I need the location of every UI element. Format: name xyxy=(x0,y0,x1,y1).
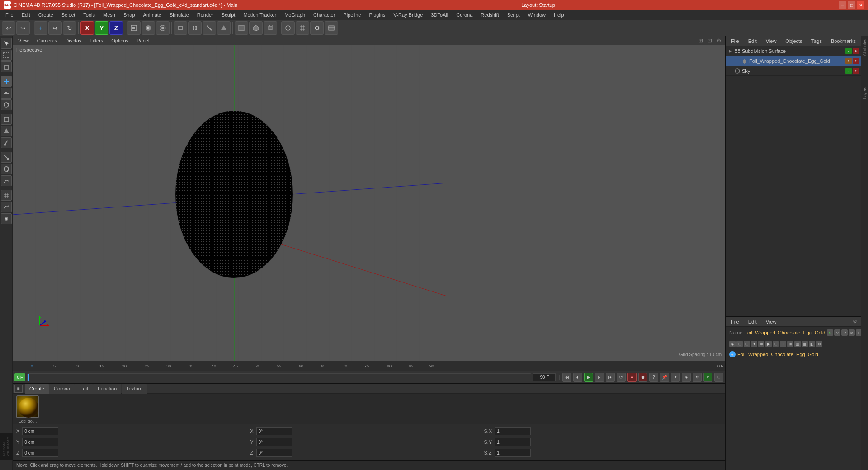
perspective-view-button[interactable] xyxy=(249,21,263,35)
polygon-mode-button[interactable] xyxy=(217,21,231,35)
lr-edit-tab[interactable]: Edit xyxy=(745,318,760,325)
top-view-button[interactable] xyxy=(264,21,277,35)
render-settings-button[interactable] xyxy=(325,21,338,35)
menu-redshift[interactable]: Redshift xyxy=(477,10,502,20)
menu-motiontracker[interactable]: Motion Tracker xyxy=(240,10,280,20)
timeline-bar[interactable] xyxy=(27,373,531,381)
scale-tool-button[interactable]: ⇔ xyxy=(48,21,62,35)
pin-button[interactable]: 📌 xyxy=(660,373,669,382)
menu-create[interactable]: Create xyxy=(35,10,57,20)
texture-tool[interactable] xyxy=(1,126,12,136)
attr-icon-m[interactable]: M xyxy=(849,329,855,336)
axis-x-button[interactable]: X xyxy=(80,21,94,35)
obj-flag-orange-1[interactable]: ● xyxy=(845,58,852,64)
rp-view-tab[interactable]: View xyxy=(762,38,780,45)
attr-icon-v[interactable]: V xyxy=(834,329,840,336)
move-tool-button[interactable]: + xyxy=(34,21,47,35)
undo-button[interactable]: ↩ xyxy=(2,21,15,35)
coord-sx-input[interactable] xyxy=(495,427,531,435)
menu-script[interactable]: Script xyxy=(504,10,524,20)
obj-expand-0[interactable]: ▶ xyxy=(727,48,733,54)
object-row-sky[interactable]: Sky ✓ ● xyxy=(726,66,861,76)
redo-button[interactable]: ↪ xyxy=(16,21,30,35)
mat-panel-icon[interactable]: ≡ xyxy=(14,385,23,393)
rp-edit-tab[interactable]: Edit xyxy=(745,38,760,45)
mat-tab-function[interactable]: Function xyxy=(93,384,121,394)
pointer-tool[interactable] xyxy=(1,38,12,49)
live-selection-tool[interactable] xyxy=(1,50,12,61)
attr-bar-btn-12[interactable]: ◧ xyxy=(809,341,815,347)
obj-flag-red-2[interactable]: ● xyxy=(853,68,859,74)
coord-b-input[interactable] xyxy=(256,449,292,457)
attr-bar-btn-8[interactable]: ↕ xyxy=(780,341,786,347)
interactive-render-button[interactable] xyxy=(156,21,170,35)
menu-snap[interactable]: Snap xyxy=(120,10,139,20)
attr-bar-btn-11[interactable]: ▦ xyxy=(802,341,808,347)
scale-tool[interactable] xyxy=(1,88,12,99)
settings-button[interactable]: ⚙ xyxy=(310,21,324,35)
vp-expand-icon[interactable]: ⊞ xyxy=(697,38,705,44)
menu-character[interactable]: Character xyxy=(310,10,339,20)
lr-file-tab[interactable]: File xyxy=(727,318,743,325)
obj-flag-green-2[interactable]: ✓ xyxy=(845,68,852,74)
attr-bar-btn-6[interactable]: ▶ xyxy=(765,341,772,347)
status-btn-4[interactable]: P xyxy=(703,373,712,382)
coord-x-input[interactable] xyxy=(22,427,58,435)
object-mode-button[interactable] xyxy=(174,21,187,35)
menu-select[interactable]: Select xyxy=(58,10,79,20)
brush-tool[interactable] xyxy=(1,137,12,148)
menu-animate[interactable]: Animate xyxy=(140,10,165,20)
vp-menu-filters[interactable]: Filters xyxy=(86,37,107,44)
skip-end-button[interactable]: ⏭ xyxy=(606,373,615,382)
joint-tool[interactable] xyxy=(1,213,12,224)
grid-button[interactable] xyxy=(296,21,309,35)
rp-objects-tab[interactable]: Objects xyxy=(782,38,806,45)
menu-edit[interactable]: Edit xyxy=(18,10,34,20)
mat-tab-edit[interactable]: Edit xyxy=(75,384,93,394)
obj-flag-red-1[interactable]: ● xyxy=(853,58,859,64)
prev-frame-button[interactable]: ⏴ xyxy=(573,373,582,382)
attr-bar-btn-2[interactable]: ⊞ xyxy=(736,341,743,347)
knife-tool[interactable] xyxy=(1,152,12,163)
menu-plugins[interactable]: Plugins xyxy=(365,10,389,20)
edge-mode-button[interactable] xyxy=(203,21,216,35)
spline-tool[interactable] xyxy=(1,175,12,186)
status-btn-5[interactable]: ⊞ xyxy=(714,373,723,382)
next-frame-button[interactable]: ⏵ xyxy=(595,373,604,382)
autokey-button[interactable]: ⏺ xyxy=(638,373,647,382)
coord-sz-input[interactable] xyxy=(495,449,531,457)
attr-bar-btn-7[interactable]: ⊡ xyxy=(773,341,779,347)
coord-h-input[interactable] xyxy=(256,427,292,435)
grid-tool[interactable] xyxy=(1,190,12,201)
points-mode-button[interactable] xyxy=(188,21,202,35)
menu-sculpt[interactable]: Sculpt xyxy=(218,10,239,20)
info-button[interactable]: ? xyxy=(649,373,658,382)
attr-bar-btn-13[interactable]: ⊗ xyxy=(816,341,822,347)
object-row-egg[interactable]: Foil_Wrapped_Chocolate_Egg_Gold ● ● xyxy=(726,56,861,66)
menu-file[interactable]: File xyxy=(2,10,17,20)
end-frame-input[interactable] xyxy=(533,373,556,381)
render-button[interactable] xyxy=(142,21,155,35)
lr-gear-icon[interactable]: ⚙ xyxy=(851,319,859,324)
rp-tags-tab[interactable]: Tags xyxy=(808,38,826,45)
magnet-tool[interactable] xyxy=(1,164,12,174)
status-btn-1[interactable]: ✦ xyxy=(671,373,680,382)
material-swatch-0[interactable] xyxy=(16,395,39,418)
rotate-tool[interactable] xyxy=(1,99,12,110)
menu-corona[interactable]: Corona xyxy=(453,10,476,20)
snap-button[interactable] xyxy=(281,21,295,35)
front-view-button[interactable] xyxy=(235,21,248,35)
viewport[interactable]: Perspective Grid Spacing : 10 cm xyxy=(13,45,725,361)
mat-tab-create[interactable]: Create xyxy=(25,384,49,394)
object-row-subdivision[interactable]: ▶ Subdivision Surface ✓ ● xyxy=(726,46,861,56)
mat-tab-texture[interactable]: Texture xyxy=(122,384,147,394)
skip-start-button[interactable]: ⏮ xyxy=(562,373,571,382)
close-button[interactable]: ✕ xyxy=(857,1,864,9)
vp-settings-icon[interactable]: ⚙ xyxy=(715,38,723,44)
attr-bar-btn-4[interactable]: ✦ xyxy=(751,341,757,347)
obj-expand-1[interactable] xyxy=(735,58,740,64)
menu-simulate[interactable]: Simulate xyxy=(166,10,193,20)
coord-y-input[interactable] xyxy=(22,438,58,446)
loop-button[interactable]: ⟳ xyxy=(617,373,626,382)
attr-bar-btn-10[interactable]: ▥ xyxy=(794,341,801,347)
